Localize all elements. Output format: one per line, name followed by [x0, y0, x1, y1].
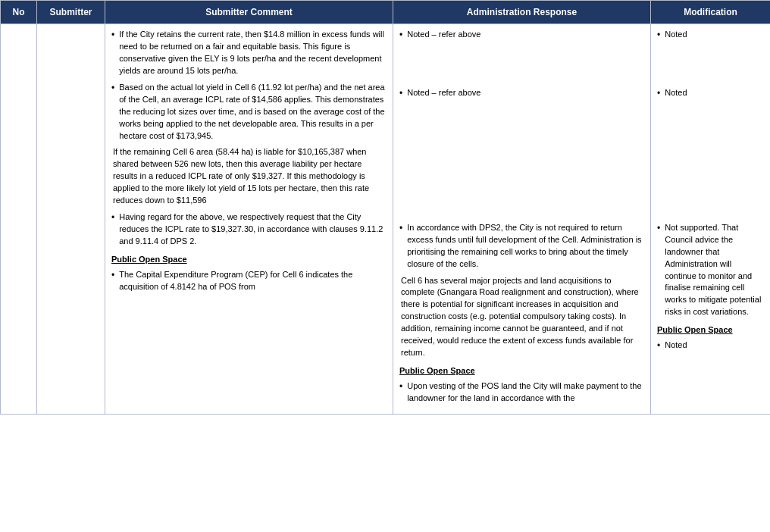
cell-mod: Noted Noted Not supported. That Council … — [651, 24, 771, 415]
comment-section-header: Public Open Space — [111, 254, 387, 266]
mod-bullets-4: Noted — [657, 340, 764, 352]
list-item: Upon vesting of the POS land the City wi… — [399, 380, 644, 405]
comment-bullet-text-1: If the City retains the current rate, th… — [119, 29, 387, 77]
page: No Submitter Submitter Comment Administr… — [0, 0, 770, 532]
comment-plain-text: If the remaining Cell 6 area (58.44 ha) … — [111, 146, 387, 207]
comment-bullets-3: The Capital Expenditure Program (CEP) fo… — [111, 269, 387, 293]
list-item: In accordance with DPS2, the City is not… — [399, 222, 644, 271]
list-item: Noted – refer above — [399, 29, 644, 42]
list-item: Having regard for the above, we respecti… — [111, 211, 387, 248]
table-row: If the City retains the current rate, th… — [1, 24, 771, 415]
list-item: Noted — [657, 340, 764, 352]
comment-bullet-text-2: Based on the actual lot yield in Cell 6 … — [119, 82, 387, 142]
admin-bullet-text-3: In accordance with DPS2, the City is not… — [407, 222, 644, 271]
mod-section-header: Public Open Space — [657, 324, 764, 336]
comment-bullet-text-3: Having regard for the above, we respecti… — [119, 211, 387, 248]
comment-bullets-1: If the City retains the current rate, th… — [111, 29, 387, 142]
admin-bullets-3: In accordance with DPS2, the City is not… — [399, 222, 644, 271]
cell-admin: Noted – refer above Noted – refer above … — [393, 24, 651, 415]
mod-bullet-text-3: Not supported. That Council advice the l… — [665, 222, 764, 319]
list-item: Based on the actual lot yield in Cell 6 … — [111, 82, 387, 142]
main-table: No Submitter Submitter Comment Administr… — [0, 0, 770, 415]
list-item: If the City retains the current rate, th… — [111, 29, 387, 77]
admin-bullets-4: Upon vesting of the POS land the City wi… — [399, 380, 644, 405]
list-item: Noted — [657, 29, 764, 42]
mod-bullet-text-4: Noted — [665, 340, 687, 352]
col-header-submitter: Submitter — [37, 1, 105, 24]
cell-comment: If the City retains the current rate, th… — [105, 24, 393, 415]
admin-bullet-text-4: Upon vesting of the POS land the City wi… — [407, 380, 644, 405]
mod-bullet-text-1: Noted — [665, 29, 687, 41]
admin-section-header: Public Open Space — [399, 365, 644, 377]
col-header-admin: Administration Response — [393, 1, 651, 24]
cell-submitter — [37, 24, 105, 415]
admin-bullet-text-1: Noted – refer above — [407, 29, 480, 41]
admin-bullets-1: Noted – refer above — [399, 29, 644, 42]
col-header-comment: Submitter Comment — [105, 1, 393, 24]
col-header-mod: Modification — [651, 1, 771, 24]
comment-bullets-2: Having regard for the above, we respecti… — [111, 211, 387, 248]
admin-cell6-text: Cell 6 has several major projects and la… — [399, 275, 644, 360]
mod-bullets-1: Noted — [657, 29, 764, 42]
cell-no — [1, 24, 37, 415]
list-item: Not supported. That Council advice the l… — [657, 222, 764, 319]
mod-bullets-2: Noted — [657, 87, 764, 100]
list-item: Noted — [657, 87, 764, 100]
mod-bullet-text-2: Noted — [665, 87, 687, 99]
comment-bullet-text-4: The Capital Expenditure Program (CEP) fo… — [119, 269, 387, 293]
list-item: Noted – refer above — [399, 87, 644, 100]
mod-bullets-3: Not supported. That Council advice the l… — [657, 222, 764, 319]
admin-bullet-text-2: Noted – refer above — [407, 87, 480, 99]
list-item: The Capital Expenditure Program (CEP) fo… — [111, 269, 387, 293]
admin-bullets-2: Noted – refer above — [399, 87, 644, 100]
col-header-no: No — [1, 1, 37, 24]
